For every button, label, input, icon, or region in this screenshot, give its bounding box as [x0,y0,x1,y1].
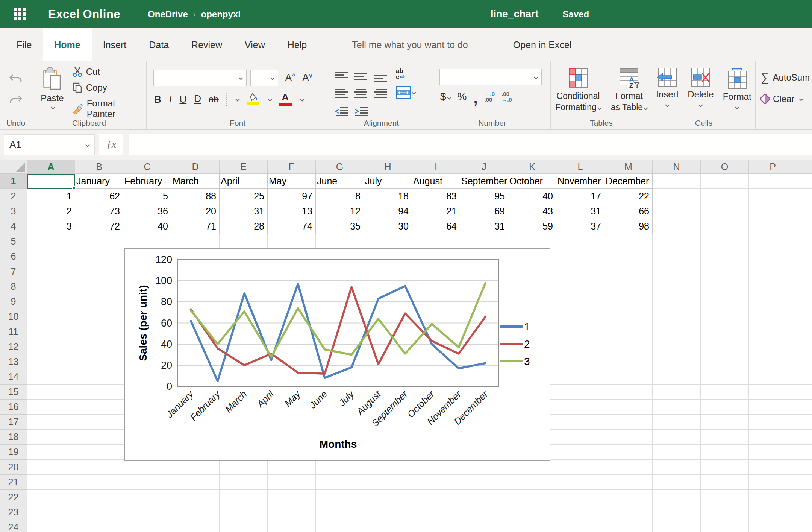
cell-K2[interactable]: 40 [508,189,556,204]
cell-M19[interactable] [604,445,653,460]
cell-H22[interactable] [364,490,412,505]
cell-J5[interactable] [460,234,508,249]
row-header-16[interactable]: 16 [0,400,27,415]
cell-D22[interactable] [171,490,220,505]
cell-M5[interactable] [604,234,653,249]
cell-O21[interactable] [701,475,749,490]
cell-D5[interactable] [171,234,220,249]
cell-J3[interactable]: 69 [460,204,508,219]
column-header-B[interactable]: B [75,160,123,174]
column-header-N[interactable]: N [653,160,701,174]
cell-N2[interactable] [653,189,701,204]
cell-C20[interactable] [123,460,171,475]
font-color-dropdown-chevron-icon[interactable] [300,97,304,101]
cell-O19[interactable] [701,445,749,460]
cell-M9[interactable] [604,294,653,309]
cell-M3[interactable]: 66 [604,204,653,219]
cell-B18[interactable] [75,430,123,445]
name-box-chevron-icon[interactable] [85,143,89,147]
cell-A3[interactable]: 2 [27,204,75,219]
cell-G20[interactable] [316,460,364,475]
font-size-select[interactable] [250,70,278,86]
undo-icon[interactable] [8,73,23,85]
cell-M17[interactable] [604,415,653,430]
cell-N11[interactable] [653,324,701,339]
embedded-chart[interactable]: 020406080100120JanuaryFebruaryMarchApril… [124,248,550,461]
cell-N18[interactable] [653,430,701,445]
cell-A14[interactable] [27,369,75,385]
cell-H2[interactable]: 18 [364,189,412,204]
cell-L3[interactable]: 31 [556,204,604,219]
row-header-12[interactable]: 12 [0,339,27,354]
cell-H4[interactable]: 30 [364,219,412,234]
cell-N13[interactable] [653,354,701,369]
grow-font-button[interactable]: A^ [285,72,295,84]
cell-C1[interactable]: February [123,174,171,189]
cell-A17[interactable] [27,415,75,430]
cell-O12[interactable] [701,339,749,354]
cell-I1[interactable]: August [412,174,460,189]
cell-E2[interactable]: 25 [220,189,268,204]
cell-B3[interactable]: 73 [75,204,123,219]
row-header-2[interactable]: 2 [0,189,27,204]
cell-A23[interactable] [27,505,75,520]
borders-button[interactable] [226,94,227,104]
cell-H1[interactable]: July [364,174,412,189]
shrink-font-button[interactable]: Av [302,72,312,84]
cell-N7[interactable] [653,264,701,279]
cell-A5[interactable] [27,234,75,249]
cell-A6[interactable] [27,249,75,264]
column-header-P[interactable]: P [749,160,797,174]
row-header-20[interactable]: 20 [0,460,27,475]
cell-A20[interactable] [27,460,75,475]
column-header-H[interactable]: H [364,160,412,174]
cell-N19[interactable] [653,445,701,460]
cell-L1[interactable]: November [556,174,604,189]
cell-N14[interactable] [653,369,701,385]
format-painter-button[interactable]: Format Painter [73,98,146,119]
cell-D24[interactable] [171,520,220,532]
cell-B22[interactable] [75,490,123,505]
cell-P13[interactable] [749,354,797,369]
cell-B12[interactable] [75,339,123,354]
row-header-7[interactable]: 7 [0,264,27,279]
row-header-22[interactable]: 22 [0,490,27,505]
cell-M14[interactable] [604,369,653,385]
cell-N22[interactable] [653,490,701,505]
row-header-21[interactable]: 21 [0,475,27,490]
row-header-1[interactable]: 1 [0,174,27,189]
cell-C5[interactable] [123,234,171,249]
cell-D20[interactable] [171,460,220,475]
cell-L11[interactable] [556,324,604,339]
row-header-5[interactable]: 5 [0,234,27,249]
cell-B2[interactable]: 62 [75,189,123,204]
cell-O14[interactable] [701,369,749,385]
cell-D1[interactable]: March [171,174,220,189]
cell-G4[interactable]: 35 [316,219,364,234]
autosum-button[interactable]: ∑ AutoSum [761,71,812,84]
align-right-button[interactable] [374,85,394,103]
cell-B1[interactable]: January [75,174,123,189]
cell-M13[interactable] [604,354,653,369]
cell-N24[interactable] [653,520,701,532]
cell-O20[interactable] [701,460,749,475]
cell-J4[interactable]: 31 [460,219,508,234]
row-header-15[interactable]: 15 [0,385,27,400]
tab-view[interactable]: View [233,28,276,61]
copy-button[interactable]: Copy [73,82,146,93]
cell-F5[interactable] [268,234,316,249]
cell-A16[interactable] [27,400,75,415]
row-header-23[interactable]: 23 [0,505,27,520]
cell-L6[interactable] [556,249,604,264]
series-2-line[interactable] [191,287,486,374]
row-header-4[interactable]: 4 [0,219,27,234]
cell-A4[interactable]: 3 [27,219,75,234]
cell-P24[interactable] [749,520,797,532]
cell-N6[interactable] [653,249,701,264]
cell-B19[interactable] [75,445,123,460]
cell-B23[interactable] [75,505,123,520]
cell-H23[interactable] [364,505,412,520]
cell-C24[interactable] [123,520,171,532]
cell-D23[interactable] [171,505,220,520]
clear-chevron-icon[interactable] [799,97,803,101]
